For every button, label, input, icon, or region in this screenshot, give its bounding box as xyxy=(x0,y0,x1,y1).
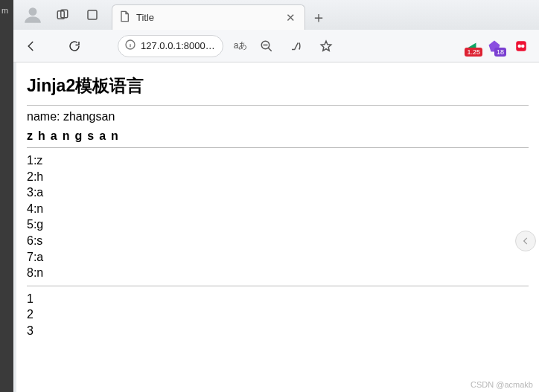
workspaces-icon[interactable] xyxy=(48,0,77,30)
number-list: 123 xyxy=(27,291,529,339)
extension-2-badge: 18 xyxy=(494,48,506,57)
extension-1-badge: 1.25 xyxy=(465,48,482,57)
svg-point-11 xyxy=(518,44,522,48)
favorite-icon[interactable] xyxy=(313,33,339,60)
letters-row: zhangsan xyxy=(27,129,529,143)
letter: s xyxy=(87,129,94,142)
address-bar[interactable]: 127.0.0.1:8000… xyxy=(118,35,223,57)
new-tab-button[interactable]: ＋ xyxy=(305,4,332,30)
letter: a xyxy=(51,129,57,142)
enumerated-list: 1:z2:h3:a4:n5:g6:s7:a8:n xyxy=(27,152,529,281)
refresh-button[interactable] xyxy=(61,33,88,60)
list-item: 8:n xyxy=(27,265,529,281)
side-chevron-button[interactable] xyxy=(515,231,536,251)
letter: z xyxy=(27,129,33,142)
ide-strip-label: m xyxy=(0,6,13,15)
divider xyxy=(27,105,529,106)
browser-toolbar: 127.0.0.1:8000… aあ 1.25 18 xyxy=(13,30,539,62)
svg-rect-3 xyxy=(88,10,97,19)
svg-point-12 xyxy=(521,44,525,48)
letter: a xyxy=(99,129,106,142)
browser-titlebar: Title ✕ ＋ xyxy=(13,0,539,30)
letter: g xyxy=(74,129,82,142)
list-item: 3:a xyxy=(27,184,529,201)
name-label: name: xyxy=(27,110,60,123)
svg-line-9 xyxy=(269,48,272,51)
page-content: Jinja2模板语言 name: zhangsan zhangsan 1:z2:… xyxy=(16,62,539,392)
divider xyxy=(27,286,529,286)
close-icon[interactable]: ✕ xyxy=(283,11,299,25)
page-icon xyxy=(118,10,130,25)
letter: n xyxy=(63,129,70,142)
list-item: 2 xyxy=(27,306,529,323)
list-item: 4:n xyxy=(27,201,529,217)
read-aloud-icon[interactable] xyxy=(283,33,310,60)
browser-window: Title ✕ ＋ 127.0.0.1:8000… aあ xyxy=(13,0,539,392)
zoom-out-icon[interactable] xyxy=(253,33,280,60)
tab-title: Title xyxy=(136,12,277,23)
name-value: zhangsan xyxy=(63,110,115,123)
browser-tab[interactable]: Title ✕ xyxy=(112,4,305,30)
url-text: 127.0.0.1:8000… xyxy=(141,40,215,51)
letter: h xyxy=(38,129,45,142)
extension-1-icon[interactable]: 1.25 xyxy=(460,37,481,55)
extension-3-icon[interactable] xyxy=(508,33,535,60)
list-item: 5:g xyxy=(27,216,529,233)
page-heading: Jinja2模板语言 xyxy=(27,74,529,97)
site-info-icon[interactable] xyxy=(124,39,136,54)
list-item: 3 xyxy=(27,323,529,339)
ide-left-strip: m xyxy=(0,0,13,392)
back-button[interactable] xyxy=(18,33,45,60)
letter: n xyxy=(111,129,118,142)
list-item: 2:h xyxy=(27,169,529,185)
extension-2-icon[interactable]: 18 xyxy=(484,37,505,55)
list-item: 1 xyxy=(27,291,529,307)
svg-point-0 xyxy=(29,7,37,16)
watermark: CSDN @acmakb xyxy=(471,380,533,389)
profile-icon[interactable] xyxy=(18,0,48,30)
list-item: 7:a xyxy=(27,249,529,266)
collections-icon[interactable] xyxy=(77,0,107,30)
list-item: 6:s xyxy=(27,233,529,249)
divider xyxy=(27,147,529,148)
translate-icon[interactable]: aあ xyxy=(231,39,251,52)
list-item: 1:z xyxy=(27,152,529,169)
name-line: name: zhangsan xyxy=(27,110,529,123)
